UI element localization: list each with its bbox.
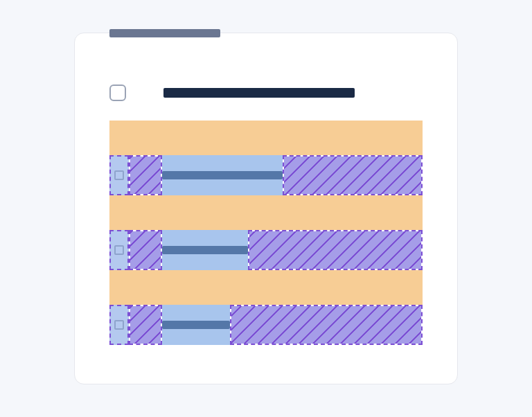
skeleton-row (109, 155, 423, 195)
skeleton-list (109, 121, 423, 345)
row-checkbox[interactable] (114, 320, 124, 330)
skeleton-gap (129, 230, 162, 270)
row-checkbox-cell (109, 155, 129, 195)
card-content (109, 85, 423, 345)
row-checkbox[interactable] (114, 245, 124, 255)
skeleton-rest (248, 230, 423, 270)
spacer-row (109, 195, 423, 230)
row-checkbox-cell (109, 230, 129, 270)
spacer-row (109, 121, 423, 155)
skeleton-row (109, 305, 423, 345)
skeleton-row (109, 230, 423, 270)
skeleton-rest (230, 305, 423, 345)
skeleton-rest (283, 155, 423, 195)
card-tab (109, 29, 220, 37)
skeleton-text-bar (162, 321, 230, 329)
select-all-checkbox[interactable] (109, 85, 126, 101)
spacer-row (109, 270, 423, 305)
row-checkbox[interactable] (114, 170, 124, 180)
skeleton-text-cell (162, 155, 283, 195)
list-title (163, 88, 355, 98)
skeleton-text-bar (162, 246, 248, 254)
row-checkbox-cell (109, 305, 129, 345)
list-header (109, 85, 423, 101)
skeleton-text-bar (162, 171, 283, 179)
skeleton-card (74, 33, 458, 384)
skeleton-gap (129, 305, 162, 345)
skeleton-gap (129, 155, 162, 195)
skeleton-text-cell (162, 230, 248, 270)
skeleton-text-cell (162, 305, 230, 345)
